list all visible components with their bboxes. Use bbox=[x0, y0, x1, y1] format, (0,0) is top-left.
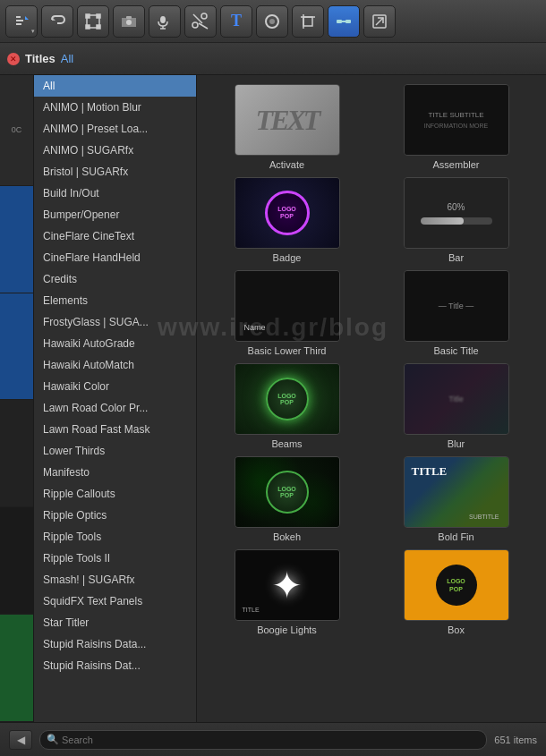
sidebar-item-19[interactable]: Ripple Callouts bbox=[34, 483, 196, 505]
sidebar-item-8[interactable]: CineFlare HandHeld bbox=[34, 247, 196, 268]
thumb-label-basic-lower-third: Basic Lower Third bbox=[248, 345, 327, 356]
thumb-label-bokeh: Bokeh bbox=[273, 531, 301, 542]
undo-button[interactable] bbox=[41, 5, 73, 38]
grid-item-activate[interactable]: TEXT Activate bbox=[206, 84, 368, 170]
grid-item-basic-title[interactable]: — Title — Basic Title bbox=[375, 270, 537, 356]
svg-line-14 bbox=[199, 23, 208, 29]
svg-rect-5 bbox=[97, 25, 100, 29]
thumb-label-bold-fin: Bold Fin bbox=[438, 531, 473, 542]
trim-button[interactable] bbox=[184, 5, 217, 38]
sidebar-item-10[interactable]: Elements bbox=[34, 290, 196, 311]
svg-point-6 bbox=[126, 20, 132, 25]
grid-item-bokeh[interactable]: LOGOPOP Bokeh bbox=[206, 456, 368, 542]
grid-item-blur[interactable]: Title Blur bbox=[375, 363, 537, 449]
svg-line-24 bbox=[376, 18, 383, 25]
export-button[interactable] bbox=[363, 5, 396, 38]
transform-button[interactable] bbox=[77, 5, 109, 38]
grid-item-assembler[interactable]: TITLE SUBTITLE INFORMATION MORE Assemble… bbox=[375, 84, 537, 170]
thumb-label-assembler: Assembler bbox=[433, 159, 480, 170]
thumb-label-basic-title: Basic Title bbox=[433, 345, 478, 356]
sidebar-item-12[interactable]: Hawaiki AutoGrade bbox=[34, 333, 196, 354]
sidebar: 0C AllANIMO | Motion BlurANIMO | Preset … bbox=[0, 75, 197, 722]
tools-button[interactable] bbox=[5, 5, 38, 38]
sidebar-item-11[interactable]: FrostyGlass | SUGA... bbox=[34, 311, 196, 333]
panel-title: Titles bbox=[25, 52, 55, 65]
thumbnails-grid: TEXT Activate TITLE SUBTITLE INFORMATION… bbox=[206, 84, 537, 635]
timeline-item-3 bbox=[0, 293, 33, 401]
sidebar-item-3[interactable]: ANIMO | SUGARfx bbox=[34, 140, 196, 161]
text-button[interactable]: T bbox=[220, 5, 252, 38]
timeline-item-5 bbox=[0, 507, 33, 615]
sidebar-item-6[interactable]: Bumper/Opener bbox=[34, 204, 196, 225]
sidebar-item-17[interactable]: Lower Thirds bbox=[34, 440, 196, 462]
thumb-label-boogie-lights: Boogie Lights bbox=[257, 624, 317, 635]
crop-button[interactable] bbox=[292, 5, 324, 38]
svg-marker-0 bbox=[25, 16, 29, 20]
thumbnail-beams: LOGOPOP bbox=[235, 363, 340, 435]
sidebar-item-16[interactable]: Lawn Road Fast Mask bbox=[34, 419, 196, 440]
status-bar: ◀ 🔍 651 items bbox=[0, 722, 546, 756]
thumb-label-beams: Beams bbox=[271, 438, 302, 449]
thumb-label-activate: Activate bbox=[269, 159, 304, 170]
thumbnail-basic-title: — Title — bbox=[404, 270, 509, 342]
sidebar-item-25[interactable]: Star Titler bbox=[34, 612, 196, 633]
timeline-item-6 bbox=[0, 615, 33, 722]
sidebar-item-18[interactable]: Manifesto bbox=[34, 462, 196, 483]
sidebar-item-27[interactable]: Stupid Raisins Dat... bbox=[34, 655, 196, 676]
thumb-label-badge: Badge bbox=[273, 252, 302, 263]
svg-point-8 bbox=[160, 16, 166, 23]
close-button[interactable]: ✕ bbox=[7, 53, 20, 65]
sidebar-item-4[interactable]: Bristol | SUGARfx bbox=[34, 161, 196, 183]
sidebar-item-22[interactable]: Ripple Tools II bbox=[34, 548, 196, 569]
sidebar-item-20[interactable]: Ripple Optics bbox=[34, 505, 196, 526]
svg-rect-21 bbox=[346, 20, 351, 23]
sidebar-item-26[interactable]: Stupid Raisins Data... bbox=[34, 633, 196, 655]
grid-item-beams[interactable]: LOGOPOP Beams bbox=[206, 363, 368, 449]
thumbnail-activate: TEXT bbox=[235, 84, 340, 156]
grid-item-bar[interactable]: 60% Bar bbox=[375, 177, 537, 263]
timeline-strip: 0C bbox=[0, 75, 34, 722]
sidebar-item-23[interactable]: Smash! | SUGARfx bbox=[34, 569, 196, 590]
search-input[interactable] bbox=[39, 730, 487, 750]
sidebar-item-14[interactable]: Hawaiki Color bbox=[34, 376, 196, 397]
svg-rect-7 bbox=[126, 16, 132, 19]
circle-button[interactable] bbox=[256, 5, 288, 38]
svg-rect-3 bbox=[97, 14, 100, 18]
sidebar-item-1[interactable]: ANIMO | Motion Blur bbox=[34, 97, 196, 118]
thumb-label-blur: Blur bbox=[448, 438, 465, 449]
thumbnail-assembler: TITLE SUBTITLE INFORMATION MORE bbox=[404, 84, 509, 156]
sidebar-item-21[interactable]: Ripple Tools bbox=[34, 526, 196, 548]
thumbnail-bold-fin: TITLE SUBTITLE bbox=[404, 456, 509, 528]
sidebar-item-0[interactable]: All bbox=[34, 75, 196, 97]
all-link[interactable]: All bbox=[61, 52, 73, 65]
grid-item-bold-fin[interactable]: TITLE SUBTITLE Bold Fin bbox=[375, 456, 537, 542]
sidebar-item-2[interactable]: ANIMO | Preset Loa... bbox=[34, 118, 196, 140]
item-count: 651 items bbox=[494, 735, 537, 745]
search-icon: 🔍 bbox=[47, 734, 59, 745]
grid-item-badge[interactable]: LOGOPOP Badge bbox=[206, 177, 368, 263]
sidebar-list: AllANIMO | Motion BlurANIMO | Preset Loa… bbox=[34, 75, 196, 676]
grid-item-box[interactable]: LOGOPOP Box bbox=[375, 549, 537, 635]
audio-button[interactable] bbox=[149, 5, 181, 38]
thumbnail-bar: 60% bbox=[404, 177, 509, 249]
sidebar-item-13[interactable]: Hawaiki AutoMatch bbox=[34, 354, 196, 376]
thumbnail-boogie-lights: ✦ TITLE bbox=[235, 549, 340, 621]
sidebar-toggle-button[interactable]: ◀ bbox=[9, 730, 32, 750]
grid-item-boogie-lights[interactable]: ✦ TITLE Boogie Lights bbox=[206, 549, 368, 635]
svg-rect-4 bbox=[86, 25, 90, 29]
grid-item-basic-lower-third[interactable]: Name Basic Lower Third bbox=[206, 270, 368, 356]
thumbnail-badge: LOGOPOP bbox=[235, 177, 340, 249]
svg-rect-17 bbox=[303, 17, 312, 26]
connect-button[interactable] bbox=[328, 5, 360, 38]
sidebar-item-9[interactable]: Credits bbox=[34, 268, 196, 290]
main-toolbar: T bbox=[0, 0, 546, 43]
timeline-item-2 bbox=[0, 186, 33, 293]
thumb-label-box: Box bbox=[448, 624, 465, 635]
sidebar-item-5[interactable]: Build In/Out bbox=[34, 183, 196, 204]
sidebar-item-15[interactable]: Lawn Road Color Pr... bbox=[34, 397, 196, 419]
camera-button[interactable] bbox=[113, 5, 145, 38]
sidebar-item-7[interactable]: CineFlare CineText bbox=[34, 225, 196, 247]
search-wrapper: 🔍 bbox=[39, 730, 487, 750]
svg-rect-20 bbox=[337, 20, 342, 23]
sidebar-item-24[interactable]: SquidFX Text Panels bbox=[34, 590, 196, 612]
